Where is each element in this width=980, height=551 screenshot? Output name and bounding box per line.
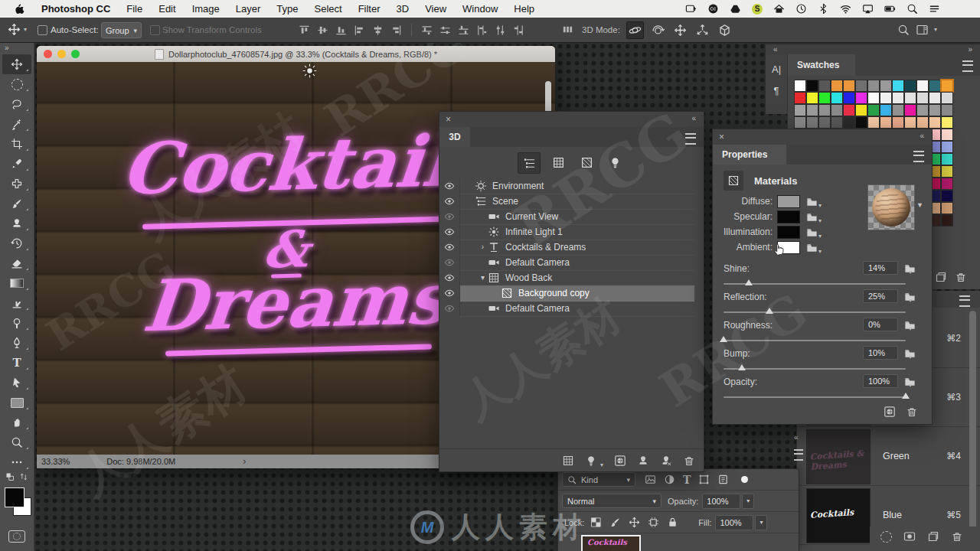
swatch[interactable] — [806, 92, 818, 104]
swatch[interactable] — [880, 104, 892, 116]
swatch[interactable] — [941, 178, 953, 190]
swatch[interactable] — [831, 104, 843, 116]
3d-item-current-view[interactable]: Current View — [439, 209, 704, 224]
3d-panel-menu-icon[interactable] — [685, 133, 696, 145]
bluetooth-icon[interactable] — [818, 3, 829, 15]
hand-tool[interactable] — [2, 412, 31, 432]
menu-image[interactable]: Image — [192, 3, 220, 15]
filter-whole-scene-icon[interactable] — [518, 152, 541, 174]
swatch[interactable] — [867, 92, 880, 104]
3d-item-default-camera[interactable]: Default Camera — [439, 255, 704, 270]
blend-mode-dropdown[interactable]: Normal ▾ — [562, 494, 662, 508]
slider-track[interactable] — [724, 340, 906, 341]
swatch[interactable] — [843, 116, 855, 129]
character-panel-icon[interactable]: A| — [768, 60, 785, 77]
swatch[interactable] — [904, 104, 916, 116]
slider-track[interactable] — [724, 396, 906, 398]
orbit-3d-icon[interactable] — [626, 21, 644, 39]
align-bottom-icon[interactable] — [335, 24, 347, 36]
zoom-tool[interactable] — [2, 432, 31, 452]
distribute-top-icon[interactable] — [421, 24, 433, 36]
tab-3d[interactable]: 3D — [439, 127, 470, 147]
menu-3d[interactable]: 3D — [397, 3, 410, 15]
3d-item-default-camera[interactable]: Default Camera — [439, 301, 704, 316]
add-light-icon[interactable] — [585, 455, 597, 467]
swatch[interactable] — [806, 80, 818, 92]
dodge-tool[interactable] — [2, 313, 31, 333]
slider-value[interactable]: 14% — [863, 261, 898, 275]
swatches-menu-icon[interactable] — [962, 60, 973, 72]
delete-3d-icon[interactable] — [683, 455, 695, 467]
layer-thumbnail[interactable]: Cocktails — [806, 488, 871, 543]
slider-value[interactable]: 10% — [863, 346, 898, 360]
swatch[interactable] — [843, 80, 855, 92]
distribute-spacing-icon[interactable] — [562, 24, 573, 35]
lock-artboard-icon[interactable] — [648, 517, 659, 528]
swatch[interactable] — [855, 92, 867, 104]
visibility-eye-icon[interactable] — [439, 270, 460, 285]
swatch[interactable] — [941, 141, 953, 153]
swatch[interactable] — [916, 116, 929, 129]
swatch[interactable] — [929, 92, 941, 104]
paragraph-panel-icon[interactable]: ¶ — [768, 82, 785, 99]
visibility-eye-icon[interactable] — [439, 285, 460, 301]
swatch[interactable] — [794, 92, 806, 104]
material-preview[interactable] — [867, 184, 915, 230]
swatch[interactable] — [831, 116, 843, 129]
history-brush-tool[interactable] — [2, 233, 31, 253]
workspace-chevron-icon[interactable]: ▾ — [934, 26, 937, 33]
menu-photoshop-cc[interactable]: Photoshop CC — [41, 3, 110, 15]
pan-3d-icon[interactable] — [672, 22, 688, 38]
texture-folder-icon[interactable] — [806, 242, 818, 253]
swatch[interactable] — [818, 104, 831, 116]
menu-view[interactable]: View — [425, 3, 446, 15]
slider-value[interactable]: 25% — [863, 289, 898, 303]
visibility-eye-icon[interactable] — [439, 224, 460, 240]
swatch[interactable] — [867, 80, 880, 92]
skype-icon[interactable]: S — [752, 4, 763, 15]
filter-materials-icon[interactable] — [576, 152, 597, 172]
menu-help[interactable]: Help — [514, 3, 534, 15]
swatch[interactable] — [904, 116, 916, 129]
slider-thumb[interactable] — [738, 364, 746, 370]
creative-cloud-icon[interactable] — [707, 3, 719, 15]
move-tool[interactable] — [2, 54, 31, 74]
swatch[interactable] — [941, 190, 953, 202]
distribute-bottom-icon[interactable] — [458, 24, 469, 36]
swatch[interactable] — [867, 116, 880, 129]
delete-material-icon[interactable] — [906, 406, 918, 418]
foreground-color-chip[interactable] — [5, 487, 24, 507]
swatch[interactable] — [880, 116, 892, 129]
3d-item-wood-back[interactable]: ▾Wood Back — [439, 270, 704, 285]
swatch[interactable] — [904, 80, 916, 92]
opacity-chevron-icon[interactable]: ▾ — [742, 494, 754, 509]
swatch[interactable] — [941, 214, 953, 227]
align-top-icon[interactable] — [299, 24, 310, 36]
filter-type-layers-icon[interactable]: T — [683, 474, 691, 486]
eraser-tool[interactable] — [2, 253, 31, 273]
slide-3d-icon[interactable] — [694, 22, 710, 38]
filter-adjustment-layers-icon[interactable] — [664, 474, 675, 485]
dock-expand-icon[interactable]: » — [968, 45, 972, 54]
swatch[interactable] — [929, 116, 941, 129]
slider-thumb[interactable] — [902, 393, 910, 399]
collapse-panel-icon[interactable]: « — [691, 114, 696, 122]
filter-meshes-icon[interactable] — [547, 152, 569, 172]
slider-thumb[interactable] — [745, 279, 753, 285]
visibility-eye-icon[interactable] — [439, 194, 460, 209]
swatch[interactable] — [941, 80, 953, 92]
tree-chevron-icon[interactable]: › — [478, 243, 488, 251]
slider-value[interactable]: 100% — [863, 374, 898, 388]
wifi-icon[interactable] — [840, 3, 851, 15]
swatch[interactable] — [855, 116, 867, 129]
swatch[interactable] — [941, 116, 953, 129]
roll-3d-icon[interactable] — [650, 22, 666, 38]
swatch[interactable] — [794, 80, 806, 92]
zoom-level[interactable]: 33.33% — [41, 457, 70, 466]
menu-select[interactable]: Select — [314, 3, 341, 15]
menu-file[interactable]: File — [126, 3, 142, 15]
filter-smart-objects-icon[interactable] — [717, 474, 729, 485]
swatch[interactable] — [892, 92, 904, 104]
tab-swatches[interactable]: Swatches — [788, 54, 855, 76]
scale-3d-icon[interactable] — [717, 22, 733, 38]
